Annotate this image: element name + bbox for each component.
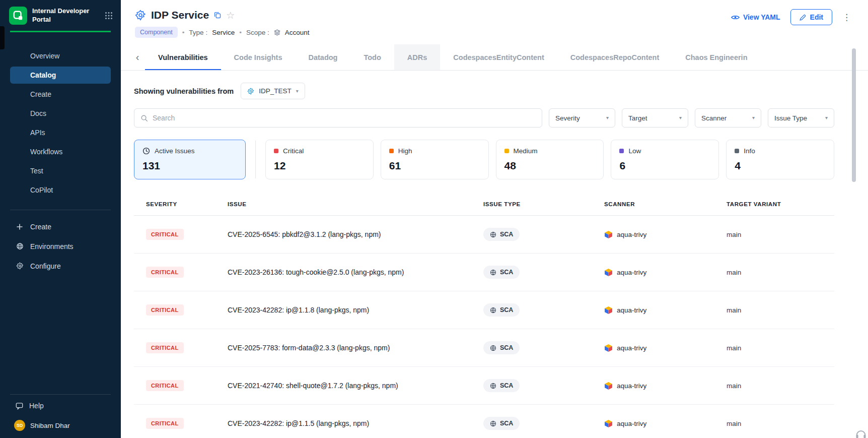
scanner-name: aqua-trivy [617,382,646,390]
aqua-trivy-icon [604,344,613,352]
apps-grid-icon[interactable] [105,12,113,20]
tab-vulnerabilities[interactable]: Vulnerabilities [145,44,221,70]
sidebar-item-overview[interactable]: Overview [10,47,111,65]
meta-separator: • [239,29,242,36]
environments-action[interactable]: Environments [0,237,121,256]
aqua-trivy-icon [604,268,613,277]
stat-card-high[interactable]: High 61 [381,140,489,179]
sidebar-divider [10,210,111,210]
sidebar: Internal Developer Portal OverviewCatalo… [0,0,121,438]
target-variant: main [727,382,822,390]
tabs-scroll-left-icon[interactable]: ‹ [130,44,145,70]
column-header-issue: ISSUE [228,201,483,207]
table-header-row: SEVERITYISSUEISSUE TYPESCANNERTARGET VAR… [134,193,834,216]
page-title: IDP Service [151,9,209,21]
user-menu[interactable]: SD Shibam Dhar [0,416,121,431]
sidebar-item-test[interactable]: Test [10,162,111,179]
edit-button[interactable]: Edit [790,9,832,25]
sca-icon [490,307,496,314]
sidebar-item-catalog[interactable]: Catalog [10,67,111,84]
sca-icon [490,345,496,351]
sidebar-item-docs[interactable]: Docs [10,105,111,122]
kebab-menu-icon[interactable]: ⋮ [842,12,851,23]
scanner-name: aqua-trivy [617,231,646,238]
tab-adrs[interactable]: ADRs [394,44,440,70]
configure-action[interactable]: Configure [0,257,121,275]
stat-card-medium[interactable]: Medium 48 [496,140,604,179]
filter-issue-type[interactable]: Issue Type ▾ [768,108,834,128]
create-action[interactable]: Create [0,217,121,236]
stat-card-critical[interactable]: Critical 12 [265,140,374,179]
issue-text: CVE-2025-7783: form-data@2.3.3 (lang-pkg… [228,344,483,352]
stat-value: 6 [619,160,710,172]
table-row[interactable]: CRITICAL CVE-2023-42282: ip@1.1.8 (lang-… [134,291,834,329]
target-variant: main [727,306,822,314]
stat-label: Info [744,147,755,155]
stat-label: Low [628,147,641,155]
issue-type-pill: SCA [483,379,520,392]
target-variant: main [727,231,822,238]
favorite-star-icon[interactable]: ☆ [226,11,235,20]
filter-scanner[interactable]: Scanner ▾ [695,108,761,128]
column-header-target-variant: TARGET VARIANT [727,201,822,207]
sca-icon [490,383,496,389]
scope-value: Account [285,29,310,36]
view-yaml-button[interactable]: View YAML [731,13,780,21]
help-chat-icon [15,402,23,410]
sidebar-item-workflows[interactable]: Workflows [10,143,111,160]
main-content: IDP Service ☆ Component • Type : Service… [121,0,868,438]
stat-card-low[interactable]: Low 6 [611,140,719,179]
chevron-down-icon: ▾ [825,115,828,120]
search-icon [140,114,148,122]
sidebar-item-apis[interactable]: APIs [10,124,111,141]
filter-target[interactable]: Target ▾ [622,108,688,128]
table-row[interactable]: CRITICAL CVE-2025-6545: pbkdf2@3.1.2 (la… [134,216,834,254]
tabs: VulnerabilitiesCode InsightsDatadogTodoA… [145,44,846,70]
sidebar-item-create[interactable]: Create [10,86,111,103]
page-header: IDP Service ☆ Component • Type : Service… [121,0,868,38]
support-headset-icon[interactable] [855,428,867,438]
sidebar-nav: OverviewCatalogCreateDocsAPIsWorkflowsTe… [0,47,121,199]
scanner-name: aqua-trivy [617,420,646,427]
eye-icon [731,15,740,20]
tab-codespacesentitycontent[interactable]: CodespacesEntityContent [440,44,557,70]
table-row[interactable]: CRITICAL CVE-2025-7783: form-data@2.3.3 … [134,329,834,367]
type-value: Service [212,29,235,36]
stat-label: Active Issues [155,147,195,155]
entity-select[interactable]: IDP_TEST ▾ [241,83,305,99]
help-button[interactable]: Help [0,397,121,416]
vertical-scrollbar[interactable] [852,48,856,182]
scanner-name: aqua-trivy [617,344,646,352]
stat-card-info[interactable]: Info 4 [726,140,834,179]
tab-todo[interactable]: Todo [350,44,394,70]
table-row[interactable]: CRITICAL CVE-2023-42282: ip@1.1.5 (lang-… [134,405,834,438]
table-body: CRITICAL CVE-2025-6545: pbkdf2@3.1.2 (la… [134,216,834,438]
severity-swatch [735,149,739,153]
tab-datadog[interactable]: Datadog [295,44,350,70]
issue-text: CVE-2023-42282: ip@1.1.5 (lang-pkgs, npm… [228,419,483,427]
chevron-down-icon: ▾ [752,115,755,120]
table-row[interactable]: CRITICAL CVE-2023-26136: tough-cookie@2.… [134,254,834,291]
help-label: Help [29,402,44,410]
issue-text: CVE-2023-42282: ip@1.1.8 (lang-pkgs, npm… [228,306,483,314]
target-variant: main [727,269,822,276]
service-gear-icon [135,10,146,21]
gear-icon [16,262,24,270]
sidebar-item-copilot[interactable]: CoPilot [10,181,111,199]
header-actions: View YAML Edit ⋮ [731,9,851,25]
filter-severity[interactable]: Severity ▾ [549,108,615,128]
stat-value: 48 [504,160,596,172]
tab-codespacesrepocontent[interactable]: CodespacesRepoContent [557,44,672,70]
meta-separator: • [182,29,185,36]
table-row[interactable]: CRITICAL CVE-2021-42740: shell-quote@1.7… [134,367,834,405]
stats-divider [255,141,256,178]
chevron-down-icon: ▾ [606,115,609,120]
brand-title: Internal Developer Portal [32,7,100,24]
stat-label: Medium [514,147,538,155]
active-issues-card[interactable]: Active Issues 131 [134,140,246,179]
tab-chaos-engineerin[interactable]: Chaos Engineerin [672,44,760,70]
copy-icon[interactable] [214,12,221,19]
search-input[interactable] [153,114,536,122]
tab-code-insights[interactable]: Code Insights [221,44,296,70]
severity-badge: CRITICAL [146,380,184,391]
